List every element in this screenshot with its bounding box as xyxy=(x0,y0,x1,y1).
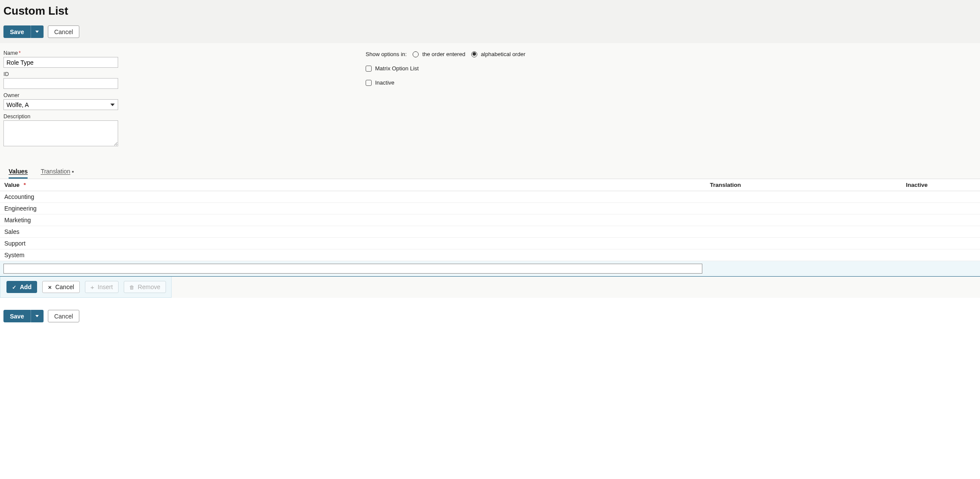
cell-value: Accounting xyxy=(0,191,706,203)
trash-icon xyxy=(129,284,135,290)
cell-value: Engineering xyxy=(0,203,706,214)
description-input[interactable] xyxy=(3,120,118,146)
alphabetical-radio[interactable]: alphabetical order xyxy=(471,51,525,57)
form-region: Name* ID Owner Description Show options … xyxy=(0,43,980,158)
radio-icon xyxy=(413,51,419,57)
cell-inactive xyxy=(902,226,980,238)
cell-inactive xyxy=(902,249,980,261)
inactive-checkbox[interactable]: Inactive xyxy=(366,79,395,86)
col-header-translation: Translation xyxy=(706,179,902,191)
check-icon xyxy=(12,284,16,290)
tab-values[interactable]: Values xyxy=(9,166,28,179)
tab-bar: Values Translation xyxy=(0,166,980,179)
name-input[interactable] xyxy=(3,57,118,68)
bottom-button-bar: Save Cancel xyxy=(0,298,980,331)
cell-inactive xyxy=(902,203,980,214)
id-field: ID xyxy=(3,71,133,89)
order-entered-radio[interactable]: the order entered xyxy=(413,51,465,57)
owner-select[interactable] xyxy=(3,99,118,110)
remove-row-button[interactable]: Remove xyxy=(124,281,166,293)
description-field: Description xyxy=(3,113,133,148)
cancel-button-bottom[interactable]: Cancel xyxy=(48,310,80,322)
cell-value: Marketing xyxy=(0,214,706,226)
table-row[interactable]: Sales xyxy=(0,226,980,238)
cell-translation xyxy=(706,226,902,238)
insert-row-button[interactable]: Insert xyxy=(85,281,119,293)
save-split-button-bottom: Save xyxy=(3,310,44,322)
matrix-checkbox[interactable]: Matrix Option List xyxy=(366,65,419,72)
show-options-row: Show options in: the order entered alpha… xyxy=(366,51,526,57)
id-input[interactable] xyxy=(3,78,118,89)
header-region: Custom List Save Cancel xyxy=(0,0,980,43)
table-row[interactable]: Marketing xyxy=(0,214,980,226)
add-row-button[interactable]: Add xyxy=(6,281,37,293)
dot-icon xyxy=(72,171,74,173)
radio-checked-icon xyxy=(471,51,477,57)
new-value-input[interactable] xyxy=(3,264,702,274)
save-button-bottom[interactable]: Save xyxy=(3,310,31,322)
id-label: ID xyxy=(3,71,133,77)
table-row[interactable]: System xyxy=(0,249,980,261)
row-actions-bar: Add Cancel Insert Remove xyxy=(0,277,172,298)
caret-down-icon xyxy=(35,315,39,317)
owner-select-value[interactable] xyxy=(3,99,118,110)
show-options-label: Show options in: xyxy=(366,51,407,57)
cell-value: Support xyxy=(0,238,706,249)
save-split-button: Save xyxy=(3,25,44,38)
owner-field: Owner xyxy=(3,92,133,110)
inactive-row: Inactive xyxy=(366,79,526,86)
form-column-left: Name* ID Owner Description xyxy=(3,50,133,148)
col-header-inactive: Inactive xyxy=(902,179,980,191)
cancel-button[interactable]: Cancel xyxy=(48,25,80,38)
page-title: Custom List xyxy=(3,4,977,18)
table-row[interactable]: Engineering xyxy=(0,203,980,214)
tab-translation[interactable]: Translation xyxy=(41,166,74,179)
cell-translation xyxy=(706,203,902,214)
save-button[interactable]: Save xyxy=(3,25,31,38)
tab-region: Values Translation Value * Translation I… xyxy=(0,158,980,298)
owner-label: Owner xyxy=(3,92,133,98)
table-row[interactable]: Support xyxy=(0,238,980,249)
cell-translation xyxy=(706,214,902,226)
checkbox-icon xyxy=(366,80,372,86)
save-dropdown-button[interactable] xyxy=(31,25,44,38)
matrix-option-row: Matrix Option List xyxy=(366,65,526,72)
save-dropdown-button-bottom[interactable] xyxy=(31,310,44,322)
name-label: Name* xyxy=(3,50,133,56)
cell-inactive xyxy=(902,238,980,249)
description-label: Description xyxy=(3,113,133,120)
cancel-row-button[interactable]: Cancel xyxy=(42,281,80,293)
cell-translation xyxy=(706,238,902,249)
table-edit-row xyxy=(0,261,980,277)
cell-translation xyxy=(706,191,902,203)
cell-inactive xyxy=(902,214,980,226)
cell-inactive xyxy=(902,191,980,203)
table-row[interactable]: Accounting xyxy=(0,191,980,203)
caret-down-icon xyxy=(35,31,39,33)
col-header-value: Value * xyxy=(0,179,706,191)
cell-value: Sales xyxy=(0,226,706,238)
plus-icon xyxy=(91,284,94,291)
table-header-row: Value * Translation Inactive xyxy=(0,179,980,191)
checkbox-icon xyxy=(366,66,372,72)
form-column-right: Show options in: the order entered alpha… xyxy=(366,50,526,148)
values-table: Value * Translation Inactive AccountingE… xyxy=(0,179,980,277)
x-icon xyxy=(48,284,52,290)
cell-translation xyxy=(706,249,902,261)
top-button-bar: Save Cancel xyxy=(3,25,977,38)
chevron-down-icon xyxy=(110,104,115,106)
name-field: Name* xyxy=(3,50,133,68)
cell-value: System xyxy=(0,249,706,261)
